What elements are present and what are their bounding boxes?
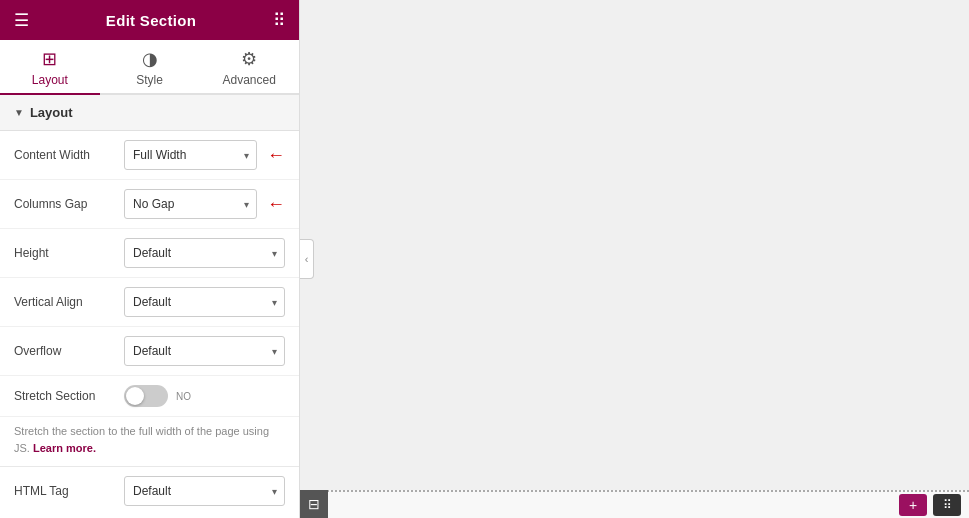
html-tag-row: HTML Tag Default header main footer arti… (0, 466, 299, 515)
sidebar-header: ☰ Edit Section ⠿ (0, 0, 299, 40)
tab-style-label: Style (136, 73, 163, 87)
html-tag-control: Default header main footer article secti… (124, 476, 285, 506)
panel-collapse-handle[interactable]: ‹ (300, 239, 314, 279)
tab-advanced-label: Advanced (222, 73, 275, 87)
html-tag-select[interactable]: Default header main footer article secti… (124, 476, 285, 506)
overflow-select-wrap: Default Hidden ▾ (124, 336, 285, 366)
tab-layout[interactable]: ⊞ Layout (0, 40, 100, 95)
section-title: Layout (30, 105, 73, 120)
content-width-select-wrap: Full Width Boxed ▾ (124, 140, 257, 170)
stretch-section-toggle[interactable] (124, 385, 168, 407)
apps-grid-icon[interactable]: ⠿ (273, 10, 285, 31)
tab-bar: ⊞ Layout ◑ Style ⚙ Advanced (0, 40, 299, 95)
stretch-section-label: Stretch Section (14, 389, 124, 403)
overflow-select[interactable]: Default Hidden (124, 336, 285, 366)
overflow-control: Default Hidden ▾ (124, 336, 285, 366)
content-width-control: Full Width Boxed ▾ ← (124, 140, 285, 170)
height-label: Height (14, 246, 124, 260)
hamburger-icon[interactable]: ☰ (14, 10, 29, 31)
vertical-align-select-wrap: Default Top Middle Bottom ▾ (124, 287, 285, 317)
vertical-align-label: Vertical Align (14, 295, 124, 309)
height-select[interactable]: Default Fit To Screen Min Height (124, 238, 285, 268)
vertical-align-row: Vertical Align Default Top Middle Bottom… (0, 278, 299, 327)
vertical-align-control: Default Top Middle Bottom ▾ (124, 287, 285, 317)
panel-title: Edit Section (106, 12, 196, 29)
add-widget-button[interactable]: + (899, 494, 927, 516)
height-control: Default Fit To Screen Min Height ▾ (124, 238, 285, 268)
learn-more-link[interactable]: Learn more. (33, 442, 96, 454)
content-width-annotation-arrow: ← (267, 145, 285, 166)
stretch-section-row: Stretch Section NO (0, 376, 299, 417)
layout-tab-icon: ⊞ (42, 48, 57, 70)
stretch-section-control: NO (124, 385, 285, 407)
columns-gap-row: Columns Gap No Gap Narrow Default Extend… (0, 180, 299, 229)
grid-view-icon: ⠿ (943, 498, 952, 512)
grid-view-button[interactable]: ⠿ (933, 494, 961, 516)
content-width-select[interactable]: Full Width Boxed (124, 140, 257, 170)
sidebar: ☰ Edit Section ⠿ ⊞ Layout ◑ Style ⚙ Adva… (0, 0, 300, 518)
layout-section-header: ▼ Layout (0, 95, 299, 131)
columns-gap-label: Columns Gap (14, 197, 124, 211)
toggle-knob (126, 387, 144, 405)
columns-gap-select-wrap: No Gap Narrow Default Extended Wide Wide… (124, 189, 257, 219)
columns-gap-annotation-arrow: ← (267, 194, 285, 215)
toggle-state-label: NO (176, 391, 191, 402)
height-select-wrap: Default Fit To Screen Min Height ▾ (124, 238, 285, 268)
columns-gap-control: No Gap Narrow Default Extended Wide Wide… (124, 189, 285, 219)
overflow-label: Overflow (14, 344, 124, 358)
html-tag-label: HTML Tag (14, 484, 124, 498)
tab-style[interactable]: ◑ Style (100, 40, 200, 95)
main-canvas: ‹ ⊟ + ⠿ (300, 0, 969, 518)
style-tab-icon: ◑ (142, 48, 158, 70)
html-tag-select-wrap: Default header main footer article secti… (124, 476, 285, 506)
bottom-toolbar: ⊟ + ⠿ (300, 490, 969, 518)
advanced-tab-icon: ⚙ (241, 48, 257, 70)
overflow-row: Overflow Default Hidden ▾ (0, 327, 299, 376)
stretch-section-toggle-wrap: NO (124, 385, 191, 407)
section-collapse-arrow[interactable]: ▼ (14, 107, 24, 118)
tab-layout-label: Layout (32, 73, 68, 87)
content-width-label: Content Width (14, 148, 124, 162)
vertical-align-select[interactable]: Default Top Middle Bottom (124, 287, 285, 317)
panel-body: ▼ Layout Content Width Full Width Boxed … (0, 95, 299, 518)
content-width-row: Content Width Full Width Boxed ▾ ← (0, 131, 299, 180)
tab-advanced[interactable]: ⚙ Advanced (199, 40, 299, 95)
plus-icon: + (909, 497, 917, 513)
navigator-icon-button[interactable]: ⊟ (300, 490, 328, 518)
height-row: Height Default Fit To Screen Min Height … (0, 229, 299, 278)
stretch-info-text: Stretch the section to the full width of… (0, 417, 299, 466)
columns-gap-select[interactable]: No Gap Narrow Default Extended Wide Wide… (124, 189, 257, 219)
